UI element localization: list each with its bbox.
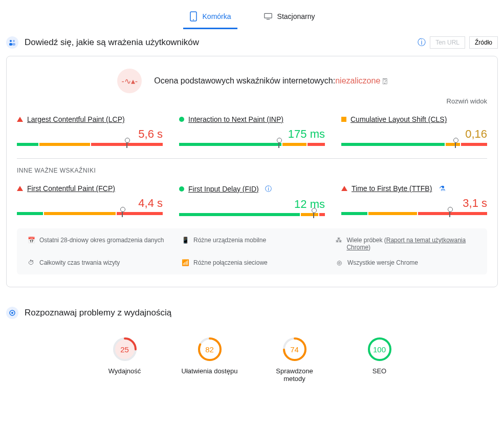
- footer-item-text: Wiele próbek (Raport na temat użytkowani…: [346, 237, 477, 251]
- bar-seg-poor: [308, 143, 325, 146]
- metric-value: 0,16: [341, 128, 487, 141]
- metric-name[interactable]: First Contentful Paint (FCP): [27, 184, 115, 193]
- gauge-value: 100: [373, 345, 386, 354]
- metric-header: First Contentful Paint (FCP): [17, 184, 163, 193]
- gauge-label: Sprawdzone metody: [267, 367, 323, 383]
- bar-seg-good: [179, 143, 281, 146]
- metric-value: 3,1 s: [341, 197, 487, 210]
- status-indicator-icon: [341, 186, 347, 191]
- help-icon[interactable]: ⍰: [383, 77, 387, 85]
- bar-seg-ok: [368, 212, 418, 215]
- bar-seg-ok: [446, 143, 460, 146]
- gauge-value: 74: [290, 345, 299, 354]
- metric-card: Cumulative Layout Shift (CLS) 0,16: [341, 115, 487, 146]
- tab-mobile-label: Komórka: [203, 12, 231, 20]
- info-icon[interactable]: ⓘ: [418, 37, 426, 48]
- bar-seg-poor: [117, 212, 163, 215]
- svg-rect-7: [12, 43, 15, 46]
- gauge-circle: 82: [197, 336, 223, 362]
- gauges-row: 25 Wydajność 82 Ułatwienia dostępu 74 Sp…: [0, 326, 504, 383]
- bar-seg-ok: [301, 213, 318, 216]
- footer-item: ⁂ Wiele próbek (Raport na temat użytkowa…: [335, 237, 477, 251]
- marker-icon: [455, 141, 456, 148]
- btn-source[interactable]: Źródło: [469, 36, 498, 49]
- mobile-icon: [189, 12, 198, 20]
- section-title-lighthouse: Rozpoznawaj problemy z wydajnością: [25, 308, 498, 318]
- metric-header: Cumulative Layout Shift (CLS): [341, 115, 487, 123]
- gauge-section-icon: [6, 307, 18, 319]
- metric-header: First Input Delay (FID)ⓘ: [179, 184, 325, 194]
- btn-this-url[interactable]: Ten URL: [430, 36, 465, 49]
- metric-value: 12 ms: [179, 198, 325, 211]
- footer-item-icon: ◎: [335, 259, 343, 266]
- footer-item-text: Różne urządzenia mobilne: [193, 237, 266, 244]
- svg-point-9: [11, 312, 13, 314]
- info-icon[interactable]: ⓘ: [265, 184, 272, 194]
- gauge-circle: 74: [282, 336, 308, 362]
- gauge-circle: 25: [112, 336, 138, 362]
- footer-item-icon: 📶: [181, 259, 189, 266]
- bar-seg-good: [179, 213, 300, 216]
- footer-item-text: Całkowity czas trwania wizyty: [39, 259, 120, 266]
- distribution-bar: [341, 212, 487, 215]
- metric-name[interactable]: Interaction to Next Paint (INP): [188, 115, 283, 123]
- tab-mobile[interactable]: Komórka: [183, 8, 237, 29]
- metric-value: 4,4 s: [17, 197, 163, 210]
- footer-info: 📅 Ostatni 28-dniowy okres gromadzenia da…: [17, 228, 487, 274]
- metric-name[interactable]: Time to First Byte (TTFB): [352, 184, 432, 193]
- bar-seg-poor: [461, 143, 487, 146]
- metric-card: Largest Contentful Paint (LCP) 5,6 s: [17, 115, 163, 146]
- gauge-label: Wydajność: [97, 367, 153, 375]
- gauge-value: 25: [120, 345, 129, 354]
- gauge-value: 82: [205, 345, 214, 354]
- svg-point-4: [10, 40, 12, 42]
- users-icon: [6, 36, 18, 49]
- metric-header: Time to First Byte (TTFB)⚗: [341, 184, 487, 193]
- section-title-crux: Dowiedź się, jakie są wrażenia użytkowni…: [25, 37, 411, 48]
- distribution-bar: [17, 212, 163, 215]
- metric-name[interactable]: Largest Contentful Paint (LCP): [27, 115, 125, 123]
- section-header-lighthouse: Rozpoznawaj problemy z wydajnością: [0, 300, 504, 326]
- svg-point-1: [193, 19, 194, 20]
- metric-name[interactable]: Cumulative Layout Shift (CLS): [350, 115, 447, 123]
- gauge-item[interactable]: 100 SEO: [352, 336, 408, 383]
- metric-header: Largest Contentful Paint (LCP): [17, 115, 163, 123]
- metric-name[interactable]: First Input Delay (FID): [188, 185, 259, 193]
- gauge-item[interactable]: 25 Wydajność: [97, 336, 153, 383]
- bar-seg-good: [341, 212, 367, 215]
- metric-value: 175 ms: [179, 128, 325, 141]
- status-indicator-icon: [179, 117, 184, 122]
- gauge-item[interactable]: 74 Sprawdzone metody: [267, 336, 323, 383]
- footer-item: ◎ Wszystkie wersje Chrome: [335, 259, 477, 266]
- footer-item-icon: 📱: [181, 237, 189, 244]
- gauge-label: Ułatwienia dostępu: [182, 367, 238, 375]
- status-indicator-icon: [179, 186, 184, 192]
- bar-seg-good: [17, 143, 38, 146]
- marker-icon: [278, 141, 279, 148]
- gauge-item[interactable]: 82 Ułatwienia dostępu: [182, 336, 238, 383]
- metric-card: First Contentful Paint (FCP) 4,4 s: [17, 184, 163, 216]
- divider: [17, 158, 487, 159]
- crux-card: -∿▴- Ocena podstawowych wskaźników inter…: [6, 56, 498, 287]
- bar-seg-poor: [418, 212, 487, 215]
- metric-header: Interaction to Next Paint (INP): [179, 115, 325, 123]
- assessment-text: Ocena podstawowych wskaźników internetow…: [154, 76, 386, 86]
- metric-card: Time to First Byte (TTFB)⚗ 3,1 s: [341, 184, 487, 216]
- section-header-crux: Dowiedź się, jakie są wrażenia użytkowni…: [0, 29, 504, 56]
- other-metrics-grid: First Contentful Paint (FCP) 4,4 s First…: [17, 184, 487, 216]
- flask-icon[interactable]: ⚗: [439, 184, 446, 193]
- assessment-label: Ocena podstawowych wskaźników internetow…: [154, 76, 335, 85]
- header-controls: ⓘ Ten URL Źródło: [418, 36, 498, 49]
- expand-view-link[interactable]: Rozwiń widok: [17, 97, 487, 105]
- bar-seg-good: [341, 143, 445, 146]
- bar-seg-ok: [282, 143, 307, 146]
- distribution-bar: [17, 143, 163, 146]
- other-metrics-label: INNE WAŻNE WSKAŹNIKI: [17, 167, 487, 174]
- footer-link[interactable]: Raport na temat użytkowania Chrome: [346, 237, 466, 251]
- metric-card: First Input Delay (FID)ⓘ 12 ms: [179, 184, 325, 216]
- tab-desktop-label: Stacjonarny: [277, 12, 315, 20]
- status-indicator-icon: [341, 117, 346, 122]
- footer-item: 📅 Ostatni 28-dniowy okres gromadzenia da…: [27, 237, 169, 251]
- tab-desktop[interactable]: Stacjonarny: [258, 8, 321, 29]
- marker-icon: [122, 210, 123, 217]
